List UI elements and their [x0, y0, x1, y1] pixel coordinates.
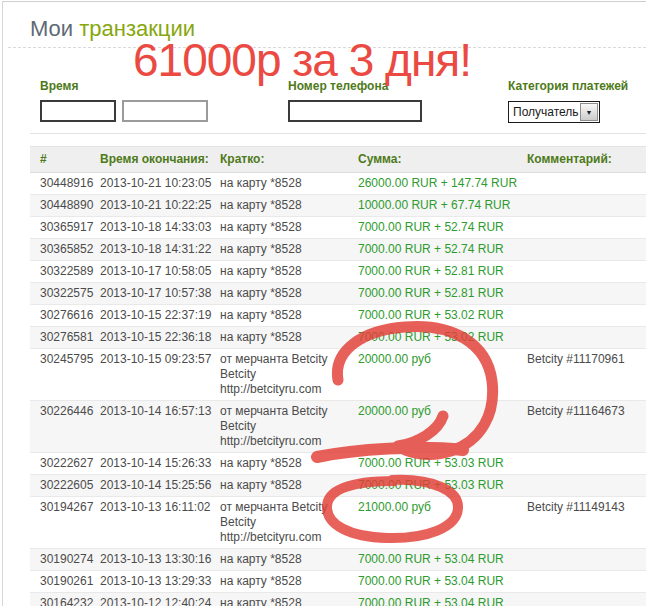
table-row: 302765812013-10-15 22:36:18на карту *852… — [30, 327, 646, 349]
table-row: 304488902013-10-21 10:22:25на карту *852… — [30, 195, 646, 217]
amount-cell: 7000.00 RUR + 52.81 RUR — [358, 264, 527, 279]
page-top-border — [2, 1, 646, 2]
table-row: 301902742013-10-13 13:30:16на карту *852… — [30, 549, 646, 571]
time-from-input[interactable] — [40, 100, 116, 122]
table-row: 303225752013-10-17 10:57:38на карту *852… — [30, 283, 646, 305]
amount-cell: 26000.00 RUR + 147.74 RUR — [358, 176, 527, 191]
page-left-border — [2, 1, 3, 606]
column-header: Сумма: — [358, 152, 527, 167]
amount-cell: 7000.00 RUR + 53.04 RUR — [358, 596, 527, 606]
end-time-cell: 2013-10-21 10:23:05 — [100, 176, 220, 191]
amount-cell: 10000.00 RUR + 67.74 RUR — [358, 198, 527, 213]
end-time-cell: 2013-10-17 10:57:38 — [100, 286, 220, 301]
short-description-cell: на карту *8528 — [220, 286, 358, 301]
transaction-id-cell: 30245795 — [40, 352, 100, 367]
amount-cell: 7000.00 RUR + 53.03 RUR — [358, 456, 527, 471]
transaction-id-cell: 30276581 — [40, 330, 100, 345]
amount-cell: 7000.00 RUR + 52.74 RUR — [358, 242, 527, 257]
transaction-id-cell: 30222627 — [40, 456, 100, 471]
table-row: 303659172013-10-18 14:33:03на карту *852… — [30, 217, 646, 239]
time-filter-label: Время — [40, 79, 78, 93]
table-row: 301902612013-10-13 13:29:33на карту *852… — [30, 571, 646, 593]
filters-divider — [30, 133, 646, 134]
end-time-cell: 2013-10-15 09:23:57 — [100, 352, 220, 367]
transaction-id-cell: 30365852 — [40, 242, 100, 257]
transaction-id-cell: 30322575 — [40, 286, 100, 301]
transaction-id-cell: 30164232 — [40, 596, 100, 606]
page-title-prefix: Мои — [30, 16, 79, 41]
transaction-id-cell: 30226446 — [40, 404, 100, 419]
transaction-id-cell: 30194267 — [40, 500, 100, 515]
short-description-cell: на карту *8528 — [220, 198, 358, 213]
transaction-id-cell: 30322589 — [40, 264, 100, 279]
column-header: # — [40, 152, 100, 167]
amount-cell: 7000.00 RUR + 53.02 RUR — [358, 308, 527, 323]
end-time-cell: 2013-10-13 13:30:16 — [100, 552, 220, 567]
amount-cell: 7000.00 RUR + 52.81 RUR — [358, 286, 527, 301]
comment-cell: Betcity #11164673 — [527, 404, 646, 419]
end-time-cell: 2013-10-15 22:36:18 — [100, 330, 220, 345]
time-to-input[interactable] — [122, 100, 208, 122]
short-description-cell: на карту *8528 — [220, 308, 358, 323]
column-header: Комментарий: — [527, 152, 646, 167]
transactions-page: { "header": { "title_prefix": "Мои ", "t… — [0, 0, 646, 606]
end-time-cell: 2013-10-18 14:33:03 — [100, 220, 220, 235]
short-description-cell: на карту *8528 — [220, 264, 358, 279]
short-description-cell: на карту *8528 — [220, 242, 358, 257]
table-header-row: #Время окончания:Кратко:Сумма:Комментари… — [30, 146, 646, 173]
short-description-cell: на карту *8528 — [220, 330, 358, 345]
end-time-cell: 2013-10-13 13:29:33 — [100, 574, 220, 589]
transaction-id-cell: 30276616 — [40, 308, 100, 323]
chevron-down-icon[interactable]: ▼ — [580, 103, 598, 121]
short-description-cell: на карту *8528 — [220, 478, 358, 493]
short-description-cell: от мерчанта BetcityBetcityhttp://betcity… — [220, 404, 358, 449]
amount-cell: 7000.00 RUR + 53.03 RUR — [358, 478, 527, 493]
end-time-cell: 2013-10-18 14:31:22 — [100, 242, 220, 257]
transaction-id-cell: 30365917 — [40, 220, 100, 235]
comment-cell: Betcity #11170961 — [527, 352, 646, 367]
column-header: Время окончания: — [100, 152, 220, 167]
amount-cell: 7000.00 RUR + 53.04 RUR — [358, 574, 527, 589]
table-row: 304489162013-10-21 10:23:05на карту *852… — [30, 173, 646, 195]
end-time-cell: 2013-10-13 16:11:02 — [100, 500, 220, 515]
category-select[interactable]: Получатель ▼ — [508, 101, 600, 123]
table-row: 303225892013-10-17 10:58:05на карту *852… — [30, 261, 646, 283]
table-row: 301942672013-10-13 16:11:02от мерчанта B… — [30, 497, 646, 549]
transactions-body: 304489162013-10-21 10:23:05на карту *852… — [30, 173, 646, 606]
column-header: Кратко: — [220, 152, 358, 167]
phone-input[interactable] — [288, 100, 422, 122]
table-row: 302457952013-10-15 09:23:57от мерчанта B… — [30, 349, 646, 401]
end-time-cell: 2013-10-14 16:57:13 — [100, 404, 220, 419]
table-row: 303658522013-10-18 14:31:22на карту *852… — [30, 239, 646, 261]
comment-cell: Betcity #11149143 — [527, 500, 646, 515]
end-time-cell: 2013-10-17 10:58:05 — [100, 264, 220, 279]
end-time-cell: 2013-10-14 15:26:33 — [100, 456, 220, 471]
annotation-text: 61000р за 3 дня! — [133, 36, 471, 84]
amount-cell: 21000.00 руб — [358, 500, 527, 515]
short-description-cell: на карту *8528 — [220, 176, 358, 191]
transaction-id-cell: 30448916 — [40, 176, 100, 191]
end-time-cell: 2013-10-12 12:40:24 — [100, 596, 220, 606]
short-description-cell: на карту *8528 — [220, 220, 358, 235]
amount-cell: 7000.00 RUR + 53.02 RUR — [358, 330, 527, 345]
short-description-cell: на карту *8528 — [220, 596, 358, 606]
short-description-cell: на карту *8528 — [220, 552, 358, 567]
end-time-cell: 2013-10-15 22:37:19 — [100, 308, 220, 323]
table-row: 302226272013-10-14 15:26:33на карту *852… — [30, 453, 646, 475]
transaction-id-cell: 30448890 — [40, 198, 100, 213]
amount-cell: 20000.00 руб — [358, 404, 527, 419]
category-select-value: Получатель — [509, 105, 580, 119]
amount-cell: 7000.00 RUR + 52.74 RUR — [358, 220, 527, 235]
table-row: 302264462013-10-14 16:57:13от мерчанта B… — [30, 401, 646, 453]
short-description-cell: на карту *8528 — [220, 574, 358, 589]
short-description-cell: от мерчанта BetcityBetcityhttp://betcity… — [220, 352, 358, 397]
end-time-cell: 2013-10-14 15:25:56 — [100, 478, 220, 493]
category-filter-label: Категория платежей — [508, 79, 628, 93]
amount-cell: 7000.00 RUR + 53.04 RUR — [358, 552, 527, 567]
end-time-cell: 2013-10-21 10:22:25 — [100, 198, 220, 213]
transaction-id-cell: 30190261 — [40, 574, 100, 589]
table-row: 302226052013-10-14 15:25:56на карту *852… — [30, 475, 646, 497]
amount-cell: 20000.00 руб — [358, 352, 527, 367]
transaction-id-cell: 30222605 — [40, 478, 100, 493]
transaction-id-cell: 30190274 — [40, 552, 100, 567]
